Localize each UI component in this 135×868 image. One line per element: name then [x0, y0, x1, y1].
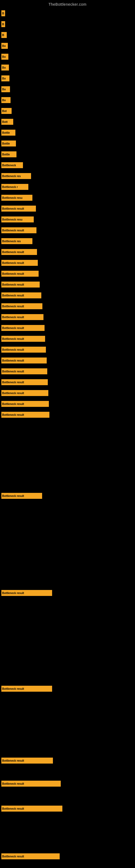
- bar: Bottle: [1, 141, 16, 147]
- bar-label: Bottleneck result: [2, 316, 24, 319]
- bar: Bottleneck result: [1, 401, 49, 407]
- bar-label: Bott: [2, 120, 8, 123]
- bars-container: BBBBoBoBoBoBoBoBotBottBottleBottleBottle…: [0, 8, 135, 868]
- bar: Bottleneck result: [1, 206, 36, 212]
- bar-row: Bottleneck r: [1, 184, 28, 190]
- bar-row: Bo: [1, 75, 9, 82]
- bar-label: Bottleneck result: [2, 294, 24, 297]
- bar-row: Bottleneck result: [1, 206, 36, 212]
- bar-row: Bottleneck result: [1, 292, 41, 299]
- bar: Bottleneck result: [1, 493, 42, 499]
- bar-row: Bottleneck result: [1, 854, 60, 859]
- bar-row: Bottleneck result: [1, 493, 42, 499]
- bar: Bottleneck result: [1, 412, 49, 418]
- bar-row: Bo: [1, 54, 8, 60]
- bar-label: Bottleneck result: [2, 413, 24, 416]
- bar-label: Bo: [2, 88, 6, 91]
- bar-label: B: [2, 23, 4, 26]
- bar: Bottleneck result: [1, 854, 60, 859]
- bar-row: Bottleneck resu: [1, 195, 32, 201]
- bar: Bottleneck result: [1, 303, 42, 309]
- bar: Bottleneck result: [1, 390, 48, 396]
- bar-label: Bottleneck result: [2, 348, 24, 351]
- bar-label: Bottleneck result: [2, 272, 24, 275]
- bar-label: Bo: [2, 44, 6, 48]
- bar-row: Bo: [1, 65, 9, 70]
- bar: B: [1, 10, 5, 16]
- bar: Bottleneck result: [1, 336, 45, 342]
- bar-label: Bottleneck result: [2, 592, 24, 595]
- bar-row: Bottleneck result: [1, 303, 42, 309]
- bar: Bot: [1, 108, 12, 114]
- bar-label: Bottleneck result: [2, 392, 24, 395]
- bar: Bottleneck result: [1, 292, 41, 299]
- site-title: TheBottlenecker.com: [0, 0, 135, 8]
- bar: Bottle: [1, 151, 16, 157]
- bar-row: Bo: [1, 43, 8, 49]
- bar-row: Bo: [1, 86, 10, 92]
- bar-row: Bottleneck resu: [1, 216, 34, 222]
- bar-label: Bottleneck result: [2, 807, 24, 810]
- bar-row: Bottleneck result: [1, 590, 52, 596]
- bar-row: B: [1, 21, 5, 27]
- bar-label: Bottleneck result: [2, 381, 24, 384]
- bar-label: Bottleneck: [2, 164, 16, 167]
- bar-label: Bottleneck result: [2, 759, 24, 762]
- bar-label: Bottle: [2, 142, 10, 145]
- bar: Bottleneck result: [1, 249, 37, 255]
- bar-label: Bot: [2, 110, 7, 113]
- bar: Bottleneck result: [1, 271, 39, 277]
- bar: Bottleneck res: [1, 173, 31, 179]
- bar-row: Bottle: [1, 141, 16, 147]
- bar: Bottleneck result: [1, 314, 43, 320]
- bar-label: Bottleneck r: [2, 186, 18, 188]
- bar-label: Bo: [2, 77, 6, 80]
- bar-row: Bottleneck result: [1, 282, 40, 287]
- bar-label: Bottleneck resu: [2, 218, 22, 221]
- bar-row: Bottleneck: [1, 162, 23, 168]
- bar-row: Bottleneck result: [1, 390, 48, 396]
- bar-label: Bottleneck result: [2, 855, 24, 858]
- bar-row: Bottleneck result: [1, 806, 62, 812]
- bar-label: Bottleneck result: [2, 261, 24, 265]
- bar: Bott: [1, 119, 13, 125]
- bar-label: Bottle: [2, 131, 10, 134]
- bar: B: [1, 21, 5, 27]
- bar: Bottleneck result: [1, 325, 45, 331]
- bar-label: Bo: [2, 66, 6, 69]
- bar: Bottleneck result: [1, 686, 52, 692]
- bar-label: Bottleneck result: [2, 327, 24, 330]
- bar-row: Bott: [1, 119, 13, 125]
- bar-label: Bottleneck result: [2, 207, 24, 210]
- bar-label: Bottleneck result: [2, 370, 24, 373]
- bar: Bottleneck result: [1, 781, 61, 786]
- bar-label: Bottleneck result: [2, 305, 24, 308]
- bar: Bottleneck res: [1, 238, 32, 244]
- bar: Bottleneck result: [1, 358, 47, 364]
- bar-row: Bot: [1, 108, 12, 114]
- bar-row: Bottleneck result: [1, 686, 52, 692]
- bar-label: Bo: [2, 99, 6, 102]
- bar: Bo: [1, 97, 10, 103]
- bar: Bottleneck resu: [1, 216, 34, 222]
- bar-label: Bottleneck result: [2, 687, 24, 690]
- bar-label: Bottleneck result: [2, 359, 24, 362]
- bar-row: Bottleneck result: [1, 314, 43, 320]
- bar-row: Bo: [1, 97, 10, 103]
- bar-label: Bottleneck result: [2, 403, 24, 405]
- bar: Bottle: [1, 130, 15, 135]
- bar: Bottleneck resu: [1, 195, 32, 201]
- bar-row: Bottle: [1, 130, 15, 135]
- bar-row: Bottleneck result: [1, 412, 49, 418]
- bar-label: Bottle: [2, 153, 10, 156]
- bar-row: Bottleneck result: [1, 781, 61, 786]
- bar-row: Bottleneck result: [1, 757, 53, 764]
- bar-row: Bottleneck result: [1, 368, 47, 374]
- bar-label: Bottleneck result: [2, 283, 24, 286]
- bar-row: Bottleneck result: [1, 401, 49, 407]
- bar: Bo: [1, 54, 8, 60]
- bar-label: B: [2, 12, 4, 15]
- bar-row: Bottleneck result: [1, 249, 37, 255]
- bar-label: Bottleneck result: [2, 251, 24, 254]
- bar-row: Bottleneck res: [1, 173, 31, 179]
